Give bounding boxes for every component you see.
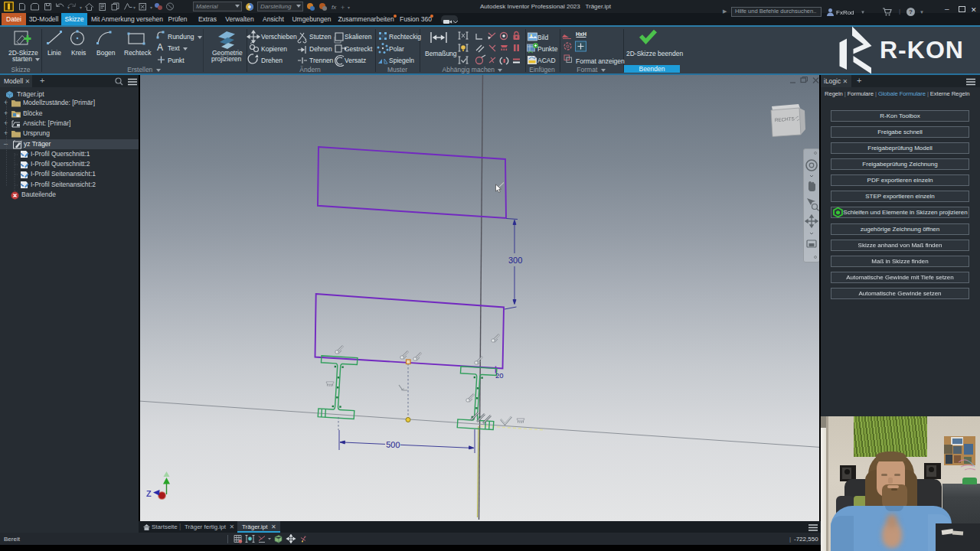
svg-text:300: 300 [508, 256, 522, 265]
svg-text:▾: ▾ [348, 5, 350, 10]
svg-text:Z: Z [146, 489, 152, 498]
svg-text:HxH: HxH [576, 31, 586, 37]
svg-text:+: + [341, 4, 345, 11]
svg-text:500: 500 [386, 440, 400, 450]
svg-text:▾: ▾ [67, 5, 70, 10]
svg-text:▾: ▾ [80, 5, 82, 10]
svg-text:A: A [157, 42, 163, 53]
svg-text:▾: ▾ [133, 5, 136, 10]
svg-text:20: 20 [495, 371, 504, 380]
svg-text:▾: ▾ [150, 5, 152, 10]
svg-text:fx: fx [332, 4, 337, 11]
